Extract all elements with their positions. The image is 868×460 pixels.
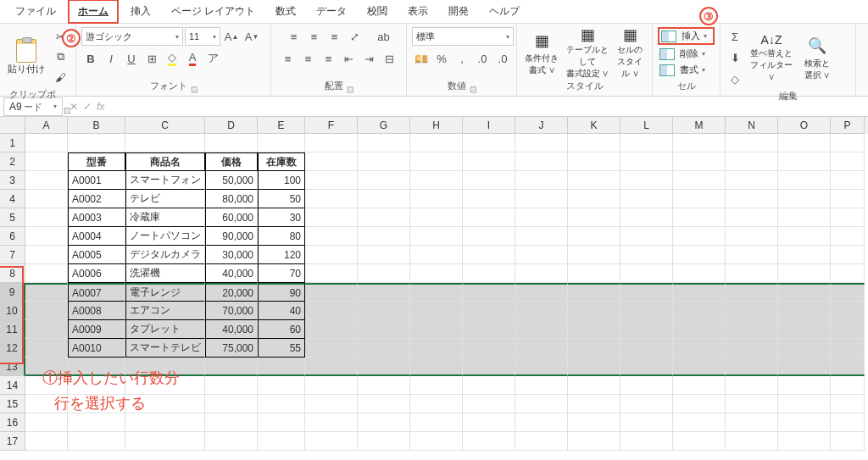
- cell-N6[interactable]: [726, 227, 778, 246]
- cell-B12[interactable]: A0010: [68, 339, 125, 357]
- cell-D1[interactable]: [205, 134, 258, 152]
- cell-J8[interactable]: [515, 264, 568, 283]
- comma-format-button[interactable]: ,: [453, 49, 471, 68]
- cell-G14[interactable]: [358, 376, 410, 395]
- row-header-4[interactable]: 4: [0, 190, 25, 208]
- row-header-9[interactable]: 9: [0, 283, 25, 302]
- clear-button[interactable]: ◇: [726, 69, 744, 88]
- menu-item-8[interactable]: 開発: [440, 1, 477, 22]
- cell-K17[interactable]: [568, 432, 620, 451]
- cell-F14[interactable]: [305, 376, 358, 395]
- menu-item-0[interactable]: ファイル: [7, 1, 64, 22]
- cell-C9[interactable]: 電子レンジ: [125, 283, 205, 302]
- cell-M2[interactable]: [673, 152, 726, 171]
- number-format-combo[interactable]: 標準▾: [412, 27, 514, 46]
- cell-A8[interactable]: [25, 264, 68, 283]
- cell-E13[interactable]: [258, 357, 305, 376]
- cell-B6[interactable]: A0004: [68, 227, 125, 246]
- cell-F2[interactable]: [305, 152, 358, 171]
- cell-O13[interactable]: [778, 357, 831, 376]
- cell-P16[interactable]: [831, 413, 865, 432]
- cell-F11[interactable]: [305, 320, 358, 339]
- cell-I1[interactable]: [463, 134, 515, 152]
- cell-I10[interactable]: [463, 302, 515, 320]
- cell-B2[interactable]: 型番: [68, 152, 125, 171]
- cell-A5[interactable]: [25, 208, 68, 227]
- align-middle-button[interactable]: ≡: [305, 27, 324, 46]
- cell-E1[interactable]: [258, 134, 305, 152]
- cell-B11[interactable]: A0009: [68, 320, 125, 339]
- cell-K8[interactable]: [568, 264, 620, 283]
- cell-E6[interactable]: 80: [258, 227, 305, 246]
- cell-L2[interactable]: [620, 152, 673, 171]
- cell-J3[interactable]: [515, 171, 568, 190]
- cell-B8[interactable]: A0006: [68, 264, 125, 283]
- font-color-button[interactable]: A: [183, 49, 202, 68]
- cell-L17[interactable]: [620, 432, 673, 451]
- cell-P2[interactable]: [831, 152, 865, 171]
- cell-C8[interactable]: 洗濯機: [125, 264, 205, 283]
- row-header-5[interactable]: 5: [0, 208, 25, 227]
- cell-G13[interactable]: [358, 357, 410, 376]
- cell-D5[interactable]: 60,000: [205, 208, 258, 227]
- cell-P4[interactable]: [831, 190, 865, 208]
- cell-G12[interactable]: [358, 339, 410, 357]
- cell-D8[interactable]: 40,000: [205, 264, 258, 283]
- row-header-3[interactable]: 3: [0, 171, 25, 190]
- cell-C17[interactable]: [125, 432, 205, 451]
- cell-I16[interactable]: [463, 413, 515, 432]
- wrap-text-button[interactable]: ab: [375, 27, 393, 46]
- column-header-I[interactable]: I: [463, 117, 515, 134]
- cell-H5[interactable]: [410, 208, 463, 227]
- cell-K7[interactable]: [568, 246, 620, 264]
- cell-F9[interactable]: [305, 283, 358, 302]
- cell-G9[interactable]: [358, 283, 410, 302]
- cell-A1[interactable]: [25, 134, 68, 152]
- menu-item-7[interactable]: 表示: [399, 1, 437, 22]
- enter-formula-icon[interactable]: ✓: [83, 101, 92, 113]
- cell-M14[interactable]: [673, 376, 726, 395]
- insert-cells-button[interactable]: 挿入 ▾: [658, 27, 715, 45]
- column-header-K[interactable]: K: [568, 117, 620, 134]
- cell-P5[interactable]: [831, 208, 865, 227]
- cell-H3[interactable]: [410, 171, 463, 190]
- decrease-font-button[interactable]: A▼: [242, 27, 261, 46]
- row-header-15[interactable]: 15: [0, 395, 25, 413]
- cell-H8[interactable]: [410, 264, 463, 283]
- menu-item-6[interactable]: 校閲: [359, 1, 396, 22]
- column-header-D[interactable]: D: [205, 117, 258, 134]
- cell-P6[interactable]: [831, 227, 865, 246]
- cell-F8[interactable]: [305, 264, 358, 283]
- cell-N4[interactable]: [726, 190, 778, 208]
- cell-J6[interactable]: [515, 227, 568, 246]
- cell-O16[interactable]: [778, 413, 831, 432]
- cell-G2[interactable]: [358, 152, 410, 171]
- cell-O15[interactable]: [778, 395, 831, 413]
- cell-H6[interactable]: [410, 227, 463, 246]
- cell-J4[interactable]: [515, 190, 568, 208]
- cell-D12[interactable]: 75,000: [205, 339, 258, 357]
- cell-N12[interactable]: [726, 339, 778, 357]
- cell-N11[interactable]: [726, 320, 778, 339]
- align-left-button[interactable]: ≡: [279, 49, 298, 68]
- select-all-corner[interactable]: [0, 117, 25, 134]
- cell-A17[interactable]: [25, 432, 68, 451]
- cell-F17[interactable]: [305, 432, 358, 451]
- cell-J10[interactable]: [515, 302, 568, 320]
- cell-O3[interactable]: [778, 171, 831, 190]
- column-header-O[interactable]: O: [778, 117, 831, 134]
- cell-C5[interactable]: 冷蔵庫: [125, 208, 205, 227]
- cell-B3[interactable]: A0001: [68, 171, 125, 190]
- cell-O11[interactable]: [778, 320, 831, 339]
- cell-M13[interactable]: [673, 357, 726, 376]
- cell-J11[interactable]: [515, 320, 568, 339]
- cell-A9[interactable]: [25, 283, 68, 302]
- cell-N3[interactable]: [726, 171, 778, 190]
- cell-P1[interactable]: [831, 134, 865, 152]
- orientation-button[interactable]: ⤢: [346, 27, 364, 46]
- menu-item-2[interactable]: 挿入: [122, 1, 159, 22]
- cell-C16[interactable]: [125, 413, 205, 432]
- column-header-M[interactable]: M: [673, 117, 726, 134]
- cell-I7[interactable]: [463, 246, 515, 264]
- cell-D10[interactable]: 70,000: [205, 302, 258, 320]
